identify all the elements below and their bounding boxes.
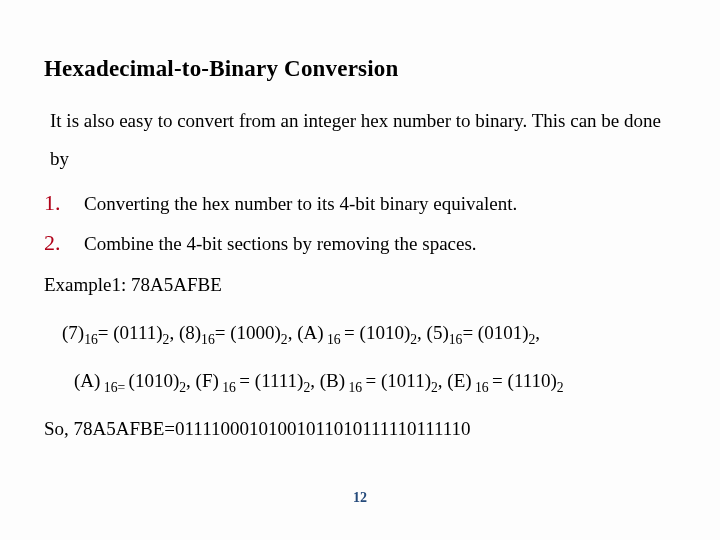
sub-16: 16 [84, 332, 98, 347]
steps-list: 1. Converting the hex number to its 4-bi… [44, 190, 676, 256]
comma: , [535, 322, 540, 343]
sub-16sp: 16 [345, 380, 366, 395]
list-item: 1. Converting the hex number to its 4-bi… [44, 190, 676, 216]
hex-5: (5) [427, 322, 449, 343]
sub-16eq: 16= [100, 380, 128, 395]
page-number: 12 [0, 490, 720, 506]
result-line: So, 78A5AFBE=011110001010010110101111101… [44, 418, 676, 440]
eq: = [344, 322, 359, 343]
comma: , [417, 322, 427, 343]
eq: = [239, 370, 254, 391]
comma: , [169, 322, 179, 343]
eq: = [98, 322, 113, 343]
hex-A2: (A) [74, 370, 100, 391]
sub-16sp: 16 [472, 380, 493, 395]
hex-F: (F) [196, 370, 219, 391]
bin-1000: (1000) [230, 322, 281, 343]
list-number-2: 2. [44, 230, 84, 256]
example-label: Example1: 78A5AFBE [44, 274, 676, 296]
page-title: Hexadecimal-to-Binary Conversion [44, 56, 676, 82]
list-text-2: Combine the 4-bit sections by removing t… [84, 233, 477, 255]
sub-16sp: 16 [324, 332, 345, 347]
eq: = [215, 322, 230, 343]
sub-16: 16 [449, 332, 463, 347]
slide: Hexadecimal-to-Binary Conversion It is a… [0, 0, 720, 540]
sub-2: 2 [431, 380, 438, 395]
hex-8: (8) [179, 322, 201, 343]
conversion-line-2: (A) 16= (1010)2, (F) 16 = (1111)2, (B) 1… [74, 370, 676, 392]
sub-2: 2 [281, 332, 288, 347]
hex-7: (7) [62, 322, 84, 343]
comma: , [438, 370, 448, 391]
hex-E: (E) [447, 370, 471, 391]
bin-1010b: (1010) [129, 370, 180, 391]
bin-1110: (1110) [508, 370, 557, 391]
list-number-1: 1. [44, 190, 84, 216]
eq: = [462, 322, 477, 343]
bin-0111: (0111) [113, 322, 162, 343]
sub-2: 2 [557, 380, 564, 395]
conversion-line-1: (7)16= (0111)2, (8)16= (1000)2, (A) 16 =… [62, 322, 676, 344]
comma: , [310, 370, 320, 391]
sub-16sp: 16 [219, 380, 240, 395]
intro-text: It is also easy to convert from an integ… [50, 102, 676, 178]
comma: , [186, 370, 196, 391]
hex-A: (A) [297, 322, 323, 343]
eq: = [366, 370, 381, 391]
eq: = [492, 370, 507, 391]
list-item: 2. Combine the 4-bit sections by removin… [44, 230, 676, 256]
list-text-1: Converting the hex number to its 4-bit b… [84, 193, 517, 215]
hex-B: (B) [320, 370, 345, 391]
comma: , [288, 322, 298, 343]
bin-1011: (1011) [381, 370, 431, 391]
bin-1111: (1111) [255, 370, 304, 391]
bin-0101: (0101) [478, 322, 529, 343]
bin-1010: (1010) [360, 322, 411, 343]
sub-16: 16 [201, 332, 215, 347]
